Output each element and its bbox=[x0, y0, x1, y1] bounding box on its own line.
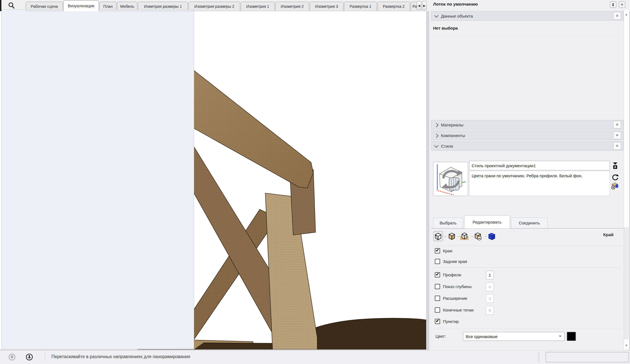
tab-label: Мебель bbox=[120, 4, 134, 9]
checkbox-label-back-edges: Задние края bbox=[443, 259, 467, 264]
watermark-settings-icon[interactable]: ok bbox=[473, 231, 483, 241]
style-description-value: Цвета грани по умолчанию. Ребра профиля.… bbox=[472, 173, 583, 178]
edge-settings-icon[interactable] bbox=[433, 231, 443, 241]
style-thumbnail[interactable] bbox=[433, 162, 468, 196]
checkbox-dashes[interactable]: ✔ bbox=[435, 319, 440, 324]
styles-tab-edit[interactable]: Редактировать bbox=[464, 215, 510, 228]
checkbox-profiles[interactable]: ✔ bbox=[435, 272, 440, 277]
scrollbar-down-arrow-icon[interactable]: ▼ bbox=[624, 342, 629, 349]
tab-label: Рабочая сцена bbox=[31, 4, 58, 9]
section-label: Стили bbox=[441, 144, 453, 149]
section-header-entity-info[interactable]: Данные объекта bbox=[431, 11, 624, 21]
value: 3 bbox=[489, 296, 491, 301]
checkbox-label-endpoints: Конечные точки bbox=[443, 308, 474, 312]
close-glyph: ✕ bbox=[616, 133, 619, 137]
credits-person-icon[interactable] bbox=[26, 353, 33, 361]
chevron-right-icon bbox=[434, 123, 439, 128]
divider bbox=[433, 329, 621, 329]
close-icon[interactable]: ✕ bbox=[619, 1, 625, 8]
tab-label: Соединить bbox=[519, 221, 540, 225]
checkbox-label-dashes: Пунктир bbox=[443, 319, 459, 324]
section-header-styles[interactable]: Стили bbox=[431, 141, 624, 151]
tab-label: Изометрия размеры 2 bbox=[194, 4, 234, 9]
style-description-input[interactable]: Цвета грани по умолчанию. Ребра профиля.… bbox=[469, 171, 610, 196]
geolocation-icon[interactable] bbox=[8, 353, 16, 361]
tab-scroll-right-button[interactable]: ▶ bbox=[422, 1, 427, 10]
extension-value-input[interactable]: 3 bbox=[486, 294, 494, 303]
section-header-components[interactable]: Компоненты bbox=[431, 131, 624, 140]
style-name-input[interactable]: Стиль проектной документации1 bbox=[469, 161, 610, 170]
scene-tab-truncated[interactable]: Раз bbox=[411, 2, 417, 11]
checkbox-extension[interactable] bbox=[435, 296, 440, 301]
section-header-materials[interactable]: Материалы bbox=[431, 120, 624, 130]
checkbox-label-profiles: Профили bbox=[443, 272, 461, 277]
depth-cue-value-input[interactable]: 4 bbox=[486, 282, 494, 291]
pin-icon[interactable] bbox=[610, 1, 616, 8]
tab-label: Изометрия 3 bbox=[315, 4, 338, 9]
endpoints-value-input[interactable]: 9 bbox=[486, 306, 494, 315]
background-settings-icon[interactable] bbox=[460, 231, 469, 241]
statusbar-divider bbox=[45, 353, 45, 362]
styles-tab-baseline bbox=[431, 228, 623, 229]
scene-tab-izometriya-1[interactable]: Изометрия 1 bbox=[241, 2, 275, 11]
value: 4 bbox=[489, 284, 491, 289]
color-label: Цвет: bbox=[435, 334, 446, 339]
close-glyph: ✕ bbox=[616, 144, 619, 148]
color-mode-select[interactable]: Все одинаковые bbox=[463, 332, 565, 341]
scene-tab-izometriya-2[interactable]: Изометрия 2 bbox=[275, 2, 309, 11]
section-label: Компоненты bbox=[441, 133, 465, 138]
close-glyph: ✕ bbox=[616, 14, 619, 18]
section-close-components[interactable]: ✕ bbox=[613, 131, 621, 139]
section-close-styles[interactable]: ✕ bbox=[613, 142, 621, 150]
search-icon[interactable] bbox=[7, 2, 16, 9]
create-style-icon[interactable] bbox=[611, 182, 619, 190]
tab-label: Развертка 2 bbox=[383, 4, 405, 9]
checkbox-edges[interactable]: ✔ bbox=[435, 248, 440, 253]
section-close-entity-info[interactable]: ✕ bbox=[613, 12, 621, 20]
modeling-settings-icon[interactable] bbox=[487, 231, 497, 241]
status-tip-text: Перетаскивайте в различных направлениях … bbox=[51, 354, 190, 359]
edge-category-label: Край bbox=[603, 232, 614, 237]
checkbox-endpoints[interactable] bbox=[435, 307, 440, 313]
update-style-icon[interactable] bbox=[612, 174, 619, 181]
tab-label: План bbox=[103, 4, 113, 9]
show-secondary-pane-icon[interactable] bbox=[612, 162, 618, 169]
statusbar-divider bbox=[538, 353, 540, 362]
profiles-value-input[interactable]: 1 bbox=[486, 271, 494, 279]
checkbox-back-edges[interactable] bbox=[435, 259, 440, 264]
check-mark: ✔ bbox=[436, 248, 439, 253]
tab-label: Редактировать bbox=[472, 220, 502, 224]
chevron-down-icon bbox=[434, 13, 439, 18]
chevron-right-icon bbox=[434, 134, 439, 138]
scrollbar-up-arrow-icon[interactable]: ▲ bbox=[624, 11, 629, 18]
value: 1 bbox=[489, 273, 491, 277]
tab-label: Выбрать bbox=[440, 221, 456, 225]
color-mode-value: Все одинаковые bbox=[466, 334, 498, 339]
dropdown-arrow-icon bbox=[559, 336, 562, 337]
checkbox-label-depth-cue: Показ глубины bbox=[443, 284, 472, 289]
checkbox-label-extension: Расширение bbox=[443, 296, 467, 301]
tab-label: Раз bbox=[412, 4, 417, 9]
edge-color-swatch[interactable] bbox=[567, 332, 576, 341]
icon-separator bbox=[444, 236, 447, 237]
close-glyph: ✕ bbox=[616, 123, 619, 127]
scene-tab-razvertka-1[interactable]: Развертка 1 bbox=[344, 2, 377, 11]
styles-tab-mix[interactable]: Соединить bbox=[511, 217, 548, 228]
chevron-down-icon bbox=[434, 143, 439, 148]
measurements-input[interactable] bbox=[546, 352, 629, 362]
check-mark: ✔ bbox=[436, 272, 439, 277]
divider bbox=[433, 246, 621, 246]
section-close-materials[interactable]: ✕ bbox=[613, 121, 621, 128]
tab-label: Изометрия 1 bbox=[246, 4, 269, 9]
scene-tab-razvertka-2[interactable]: Развертка 2 bbox=[378, 2, 410, 11]
tab-scroll-left-button[interactable]: ◀ bbox=[417, 1, 421, 10]
scene-tab-vizualizaciya[interactable]: Визуализация bbox=[63, 0, 99, 11]
scene-tab-izometriya-3[interactable]: Изометрия 3 bbox=[310, 2, 343, 11]
checkbox-depth-cue[interactable] bbox=[435, 284, 440, 289]
scrollbar-thumb[interactable] bbox=[624, 228, 629, 339]
scene-tab-izometriya-razmery-2[interactable]: Изометрия размеры 2 bbox=[188, 2, 240, 11]
styles-tab-select[interactable]: Выбрать bbox=[433, 217, 463, 228]
no-selection-text: Нет выбора bbox=[433, 26, 458, 30]
tray-title: Лоток по умолчанию bbox=[433, 2, 478, 7]
face-settings-icon[interactable] bbox=[447, 231, 457, 241]
